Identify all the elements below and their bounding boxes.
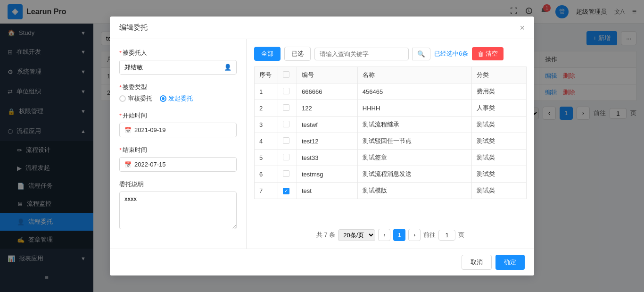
modal-header: 编辑委托 × — [110, 17, 534, 39]
sel-category: 测试类 — [471, 166, 526, 183]
sel-col-name: 名称 — [357, 67, 471, 83]
end-label: * 结束时间 — [119, 146, 237, 154]
row-checkbox[interactable] — [283, 154, 289, 160]
sel-table-row: 6 testmsg 测试流程消息发送 测试类 — [255, 166, 527, 183]
end-group: * 结束时间 📅 2022-07-15 — [119, 146, 237, 172]
selector-pagination: 共 7 条 20条/页 ‹ 1 › 前往 页 — [254, 224, 527, 241]
sel-table-row: 1 666666 456465 费用类 — [255, 83, 527, 100]
calendar-icon-start: 📅 — [124, 127, 132, 133]
sel-seq: 5 — [255, 150, 278, 166]
sel-col-seq: 序号 — [255, 67, 278, 83]
end-input[interactable]: 📅 2022-07-15 — [119, 157, 237, 172]
sel-page-size-select[interactable]: 20条/页 — [338, 229, 375, 241]
modal-overlay: 编辑委托 × * 被委托人 👤 * — [0, 0, 644, 292]
sel-name: 测试流程继承 — [357, 117, 471, 133]
sel-seq: 7 — [255, 183, 278, 199]
cancel-btn[interactable]: 取消 — [462, 255, 492, 270]
edit-modal: 编辑委托 × * 被委托人 👤 * — [110, 17, 534, 275]
radio-audit[interactable]: 审核委托 — [119, 94, 152, 103]
sel-code: 666666 — [297, 83, 358, 100]
sel-category: 测试类 — [471, 150, 526, 166]
start-date-value: 2021-09-19 — [134, 126, 166, 133]
sel-table-row: 4 test12 测试驳回任一节点 测试类 — [255, 133, 527, 150]
sel-prev-btn[interactable]: ‹ — [378, 229, 390, 241]
sel-page-suffix: 页 — [458, 231, 464, 239]
sel-name: 测试模版 — [357, 183, 471, 199]
modal-body: * 被委托人 👤 * 被委类型 — [110, 39, 534, 249]
select-toolbar: 全部 已选 🔍 已经选中6条 🗑 清空 — [254, 47, 527, 61]
modal-title: 编辑委托 — [119, 23, 148, 32]
sel-seq: 3 — [255, 117, 278, 133]
sel-category: 人事类 — [471, 100, 526, 117]
sel-code: test33 — [297, 150, 358, 166]
confirm-btn[interactable]: 确定 — [495, 255, 525, 270]
note-label: 委托说明 — [119, 180, 237, 189]
select-panel: 全部 已选 🔍 已经选中6条 🗑 清空 — [247, 39, 534, 249]
row-checkbox[interactable] — [283, 121, 289, 127]
select-all-checkbox[interactable] — [283, 71, 289, 78]
user-icon: 👤 — [219, 60, 236, 74]
sel-code: 122 — [297, 100, 358, 117]
row-checkbox[interactable] — [283, 104, 289, 111]
row-checkbox[interactable] — [283, 137, 289, 144]
delegate-label: * 被委托人 — [119, 49, 237, 57]
start-group: * 开始时间 📅 2021-09-19 — [119, 111, 237, 137]
calendar-icon-end: 📅 — [124, 161, 132, 168]
tab-all-btn[interactable]: 全部 — [254, 47, 281, 61]
sel-name: 测试驳回任一节点 — [357, 133, 471, 150]
modal-close-btn[interactable]: × — [520, 24, 525, 32]
sel-next-btn[interactable]: › — [408, 229, 421, 241]
row-checkbox[interactable] — [283, 170, 289, 177]
note-group: 委托说明 xxxx — [119, 180, 237, 231]
tab-selected-btn[interactable]: 已选 — [284, 47, 311, 61]
sel-seq: 6 — [255, 166, 278, 183]
form-panel: * 被委托人 👤 * 被委类型 — [110, 39, 247, 249]
selector-table: 序号 编号 名称 分类 1 — [254, 67, 527, 199]
sel-total: 共 7 条 — [316, 231, 335, 239]
delegate-group: * 被委托人 👤 — [119, 49, 237, 75]
sel-table-row: 7 test 测试模版 测试类 — [255, 183, 527, 199]
radio-launch[interactable]: 发起委托 — [160, 94, 193, 103]
sel-table-row: 5 test33 测试签章 测试类 — [255, 150, 527, 166]
modal-footer: 取消 确定 — [110, 249, 534, 275]
type-group: * 被委类型 审核委托 发起委托 — [119, 83, 237, 103]
sel-category: 费用类 — [471, 83, 526, 100]
sel-table-row: 2 122 HHHH 人事类 — [255, 100, 527, 117]
sel-category: 测试类 — [471, 117, 526, 133]
sel-seq: 4 — [255, 133, 278, 150]
sel-col-code: 编号 — [297, 67, 358, 83]
delegate-input-wrapper: 👤 — [119, 60, 237, 75]
sel-name: 测试签章 — [357, 150, 471, 166]
sel-table-row: 3 testwf 测试流程继承 测试类 — [255, 117, 527, 133]
radio-label-launch: 发起委托 — [168, 94, 193, 103]
sel-goto-input[interactable] — [438, 230, 455, 241]
start-label: * 开始时间 — [119, 111, 237, 120]
sel-col-category: 分类 — [471, 67, 526, 83]
sel-name: 测试流程消息发送 — [357, 166, 471, 183]
start-input[interactable]: 📅 2021-09-19 — [119, 123, 237, 137]
sel-code: testmsg — [297, 166, 358, 183]
delegate-input[interactable] — [120, 60, 219, 74]
sel-name: 456465 — [357, 83, 471, 100]
sel-col-check — [278, 67, 297, 83]
selector-search-input[interactable] — [314, 48, 409, 60]
selected-count: 已经选中6条 — [434, 50, 468, 58]
sel-page-1-btn[interactable]: 1 — [393, 229, 405, 241]
clear-btn[interactable]: 🗑 清空 — [472, 47, 504, 60]
end-date-value: 2022-07-15 — [134, 161, 166, 168]
row-checkbox[interactable] — [283, 88, 289, 94]
selector-search-btn[interactable]: 🔍 — [412, 48, 430, 60]
radio-circle-launch — [160, 95, 166, 102]
sel-code: test12 — [297, 133, 358, 150]
note-textarea[interactable]: xxxx — [119, 192, 237, 229]
type-radio-group: 审核委托 发起委托 — [119, 94, 237, 103]
row-checkbox[interactable] — [283, 188, 289, 194]
sel-code: testwf — [297, 117, 358, 133]
sel-goto-label: 前往 — [423, 231, 436, 239]
sel-code: test — [297, 183, 358, 199]
type-label: * 被委类型 — [119, 83, 237, 92]
search-glass-icon: 🔍 — [417, 50, 425, 58]
selector-table-wrapper: 序号 编号 名称 分类 1 — [254, 67, 527, 224]
sel-seq: 2 — [255, 100, 278, 117]
sel-name: HHHH — [357, 100, 471, 117]
